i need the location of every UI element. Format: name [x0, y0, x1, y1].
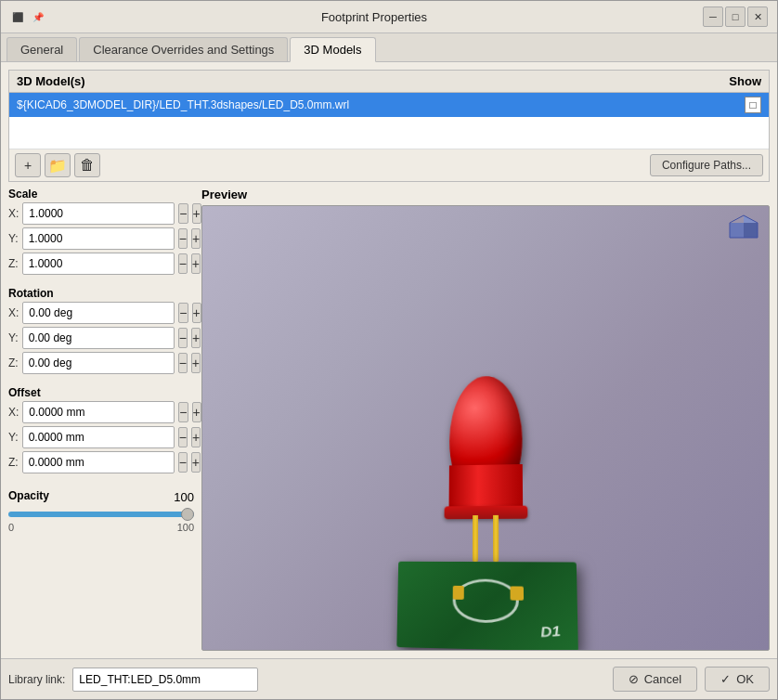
models-panel: 3D Model(s) Show ${KICAD6_3DMODEL_DIR}/L…: [8, 70, 770, 182]
scale-y-plus-button[interactable]: +: [191, 228, 201, 249]
rotation-section: Rotation X: − + Y: − + Z:: [8, 287, 194, 377]
models-header: 3D Model(s) Show: [9, 71, 769, 93]
scale-y-minus-button[interactable]: −: [178, 228, 188, 249]
ok-label: OK: [736, 672, 754, 686]
minimize-button[interactable]: ─: [703, 6, 723, 27]
configure-paths-button[interactable]: Configure Paths...: [650, 154, 763, 176]
scale-y-input[interactable]: [22, 227, 175, 250]
rotation-x-label: X:: [8, 306, 19, 319]
maximize-button[interactable]: □: [725, 6, 746, 27]
led-cylinder: [448, 464, 523, 511]
cancel-button[interactable]: ⊘ Cancel: [613, 667, 697, 692]
ok-icon: ✓: [720, 672, 731, 686]
ok-button[interactable]: ✓ OK: [705, 667, 770, 692]
opacity-slider-container[interactable]: [8, 506, 194, 520]
rotation-x-input[interactable]: [22, 302, 175, 324]
pcb-designator: D1: [539, 623, 561, 641]
rotation-y-minus-button[interactable]: −: [178, 328, 188, 348]
tab-3dmodels[interactable]: 3D Models: [290, 37, 375, 62]
offset-x-plus-button[interactable]: +: [192, 402, 201, 422]
svg-marker-2: [730, 223, 744, 238]
led-pin-cathode: [493, 515, 499, 563]
scale-y-row: Y: − +: [8, 227, 194, 250]
offset-x-input[interactable]: [22, 401, 175, 423]
led-pcb: D1: [396, 562, 578, 651]
add-model-button[interactable]: +: [15, 153, 41, 177]
offset-y-label: Y:: [8, 431, 19, 444]
scale-x-input[interactable]: [22, 202, 175, 225]
title-controls: ─ □ ✕: [703, 6, 768, 27]
app-icon: ⬛: [10, 9, 25, 24]
browse-model-button[interactable]: 📁: [45, 153, 71, 177]
footer-bar: Library link: ⊘ Cancel ✓ OK: [1, 658, 777, 699]
scale-section: Scale X: − + Y: − + Z:: [8, 188, 194, 278]
tab-clearance[interactable]: Clearance Overrides and Settings: [79, 37, 288, 61]
model-row[interactable]: ${KICAD6_3DMODEL_DIR}/LED_THT.3dshapes/L…: [9, 93, 769, 117]
rotation-y-label: Y:: [8, 331, 19, 344]
led-3d-model: D1: [202, 206, 769, 650]
rotation-z-row: Z: − +: [8, 352, 194, 374]
scale-z-plus-button[interactable]: +: [191, 253, 201, 274]
opacity-labels: 0 100: [8, 522, 194, 533]
preview-canvas[interactable]: D1: [201, 205, 770, 651]
rotation-x-row: X: − +: [8, 302, 194, 324]
close-button[interactable]: ✕: [747, 6, 768, 27]
window-title: Footprint Properties: [45, 10, 703, 24]
rotation-y-input[interactable]: [22, 327, 175, 349]
title-bar: ⬛ 📌 Footprint Properties ─ □ ✕: [1, 1, 777, 33]
opacity-max-label: 100: [177, 522, 194, 533]
opacity-section: Opacity 100 0 100: [8, 489, 194, 533]
rotation-y-plus-button[interactable]: +: [191, 328, 201, 348]
rotation-z-plus-button[interactable]: +: [191, 353, 201, 373]
scale-x-minus-button[interactable]: −: [178, 203, 188, 224]
offset-y-plus-button[interactable]: +: [191, 427, 201, 447]
pcb-pad-left: [453, 586, 464, 600]
main-area: Scale X: − + Y: − + Z:: [8, 188, 770, 651]
offset-z-row: Z: − +: [8, 451, 194, 473]
scale-x-label: X:: [8, 207, 19, 220]
rotation-y-row: Y: − +: [8, 327, 194, 349]
pin-icon: 📌: [31, 9, 45, 24]
scale-z-minus-button[interactable]: −: [178, 253, 188, 274]
offset-section: Offset X: − + Y: − + Z:: [8, 386, 194, 476]
opacity-value: 100: [174, 490, 194, 504]
opacity-min-label: 0: [8, 522, 14, 533]
preview-area: Preview: [201, 188, 770, 651]
library-link-input[interactable]: [72, 668, 258, 692]
offset-x-row: X: − +: [8, 401, 194, 423]
models-toolbar: + 📁 🗑 Configure Paths...: [9, 149, 769, 181]
offset-x-label: X:: [8, 406, 19, 419]
scale-label: Scale: [8, 188, 194, 201]
rotation-label: Rotation: [8, 287, 194, 300]
delete-model-button[interactable]: 🗑: [74, 153, 100, 177]
cancel-icon: ⊘: [629, 672, 639, 686]
models-header-label: 3D Model(s): [17, 74, 85, 88]
offset-label: Offset: [8, 386, 194, 399]
scale-z-input[interactable]: [22, 253, 175, 275]
offset-x-minus-button[interactable]: −: [178, 402, 188, 422]
offset-y-input[interactable]: [22, 426, 175, 448]
title-bar-left: ⬛ 📌: [10, 9, 45, 24]
model-show-checkbox[interactable]: □: [745, 97, 761, 113]
rotation-x-minus-button[interactable]: −: [178, 303, 188, 323]
rotation-x-plus-button[interactable]: +: [192, 303, 201, 323]
opacity-header: Opacity 100: [8, 489, 194, 504]
tab-content: 3D Model(s) Show ${KICAD6_3DMODEL_DIR}/L…: [1, 62, 777, 658]
scale-y-label: Y:: [8, 232, 19, 245]
show-column-label: Show: [729, 74, 761, 88]
scale-x-plus-button[interactable]: +: [192, 203, 201, 224]
preview-label: Preview: [201, 188, 770, 201]
rotation-z-minus-button[interactable]: −: [178, 353, 188, 373]
offset-z-minus-button[interactable]: −: [178, 452, 188, 473]
offset-y-row: Y: − +: [8, 426, 194, 448]
view-cube[interactable]: [726, 214, 761, 252]
offset-z-plus-button[interactable]: +: [191, 452, 201, 473]
offset-z-label: Z:: [8, 456, 19, 469]
opacity-slider[interactable]: [8, 512, 194, 517]
tab-general[interactable]: General: [6, 37, 77, 61]
led-pin-anode: [473, 515, 478, 562]
rotation-z-input[interactable]: [22, 352, 175, 374]
offset-y-minus-button[interactable]: −: [178, 427, 188, 447]
offset-z-input[interactable]: [22, 451, 175, 473]
opacity-label: Opacity: [8, 489, 49, 502]
